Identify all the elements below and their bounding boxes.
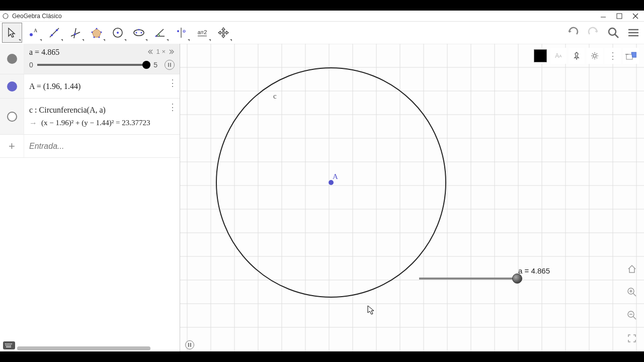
zoom-in-button[interactable]	[625, 285, 639, 299]
pause-animation-button[interactable]	[165, 60, 175, 70]
close-button[interactable]	[632, 13, 639, 20]
svg-rect-99	[6, 346, 11, 347]
zoom-out-button[interactable]	[625, 308, 639, 322]
redo-button[interactable]	[587, 26, 600, 39]
conic-tool[interactable]	[129, 23, 149, 43]
titlebar: GeoGebra Clásico	[0, 11, 644, 22]
graphics-view[interactable]: c A a = 4.865 AA ⋮	[180, 44, 644, 351]
point-tool[interactable]: A	[23, 23, 43, 43]
svg-rect-90	[5, 343, 6, 344]
svg-line-35	[615, 34, 618, 38]
speed-increase-icon[interactable]	[169, 49, 175, 55]
svg-rect-89	[190, 343, 191, 347]
svg-point-19	[99, 37, 100, 38]
color-picker[interactable]	[532, 48, 548, 64]
svg-rect-95	[6, 345, 7, 346]
visibility-toggle[interactable]	[7, 81, 17, 92]
svg-point-21	[92, 32, 93, 33]
fullscreen-button[interactable]	[625, 331, 639, 345]
svg-point-11	[51, 34, 53, 36]
horizontal-scrollbar[interactable]	[17, 346, 150, 350]
canvas-slider-track[interactable]	[419, 278, 520, 280]
input-row: +	[0, 135, 180, 158]
pin-button[interactable]	[569, 48, 585, 64]
svg-rect-40	[170, 63, 171, 67]
svg-rect-96	[7, 345, 8, 346]
svg-point-26	[141, 32, 142, 34]
slider-a-handle[interactable]	[142, 61, 150, 69]
label-style-button[interactable]: AA	[550, 48, 567, 64]
virtual-keyboard-button[interactable]	[3, 341, 15, 349]
line-tool[interactable]	[44, 23, 64, 43]
svg-point-25	[136, 32, 137, 34]
point-a-canvas-label: A	[333, 172, 338, 181]
svg-rect-88	[188, 343, 189, 347]
speed-decrease-icon[interactable]	[147, 49, 153, 55]
minimize-button[interactable]	[600, 13, 607, 20]
svg-point-1	[5, 13, 6, 14]
search-button[interactable]	[607, 26, 620, 39]
slider-min: 0	[29, 61, 33, 69]
circle-c-label: c : Circunferencia(A, a)	[29, 106, 175, 115]
svg-rect-39	[168, 63, 169, 67]
circle-tool[interactable]	[108, 23, 128, 43]
move-tool[interactable]	[2, 23, 22, 43]
svg-line-86	[633, 316, 636, 319]
visibility-toggle[interactable]	[7, 54, 17, 64]
svg-text:A: A	[34, 28, 38, 33]
perpendicular-tool[interactable]	[65, 23, 86, 43]
object-circle-c[interactable]: c : Circunferencia(A, a) → (x − 1.96)² +…	[0, 99, 180, 135]
svg-point-0	[3, 14, 8, 19]
slider-a-track[interactable]	[37, 64, 149, 66]
slider-max: 5	[153, 61, 157, 69]
graphics-more-icon[interactable]: ⋮	[605, 48, 621, 64]
graphics-toolbar: AA ⋮	[532, 48, 639, 64]
visibility-toggle[interactable]	[7, 112, 17, 122]
algebra-input[interactable]	[24, 135, 180, 157]
svg-rect-98	[10, 345, 11, 346]
more-options-icon[interactable]: ⋮	[168, 102, 177, 113]
animation-speed: 1 ×	[156, 48, 166, 55]
svg-line-82	[633, 293, 636, 296]
circle-label: c	[273, 92, 277, 101]
angle-tool[interactable]	[150, 23, 170, 43]
main-toolbar: A a=2	[0, 22, 644, 44]
plus-icon[interactable]: +	[9, 140, 15, 153]
point-a-label: A = (1.96, 1.44)	[29, 82, 175, 91]
canvas-slider-handle[interactable]	[512, 274, 522, 284]
settings-button[interactable]	[587, 48, 603, 64]
menu-button[interactable]	[627, 26, 640, 39]
more-options-icon[interactable]: ⋮	[168, 77, 177, 88]
svg-rect-93	[10, 343, 11, 344]
object-slider-a[interactable]: a = 4.865 1 × 0 5	[0, 44, 180, 74]
svg-rect-92	[8, 343, 9, 344]
canvas-pause-button[interactable]	[185, 340, 194, 349]
slider-tool[interactable]: a=2	[192, 23, 212, 43]
svg-point-15	[74, 33, 76, 35]
move-view-tool[interactable]	[213, 23, 233, 43]
polygon-tool[interactable]	[87, 23, 107, 43]
svg-point-18	[101, 32, 102, 33]
svg-marker-79	[631, 52, 636, 57]
undo-button[interactable]	[567, 26, 580, 39]
algebra-view: a = 4.865 1 × 0 5	[0, 44, 180, 351]
svg-point-30	[155, 36, 157, 37]
maximize-button[interactable]	[616, 13, 623, 20]
svg-point-77	[593, 54, 596, 57]
svg-marker-16	[92, 29, 101, 37]
svg-point-33	[183, 30, 185, 32]
svg-rect-94	[11, 343, 12, 344]
svg-rect-78	[626, 54, 632, 59]
svg-point-27	[138, 29, 140, 31]
reflect-tool[interactable]	[171, 23, 191, 43]
svg-point-2	[7, 17, 8, 18]
circle-c-equation: (x − 1.96)² + (y − 1.44)² = 23.37723	[41, 119, 150, 127]
home-view-button[interactable]	[625, 262, 639, 276]
svg-point-32	[177, 30, 179, 32]
canvas-slider-label: a = 4.865	[518, 266, 550, 275]
arrow-icon: →	[29, 119, 37, 128]
svg-rect-97	[9, 345, 10, 346]
views-button[interactable]	[623, 48, 639, 64]
object-point-a[interactable]: A = (1.96, 1.44) ⋮	[0, 74, 180, 99]
svg-point-3	[3, 17, 4, 18]
